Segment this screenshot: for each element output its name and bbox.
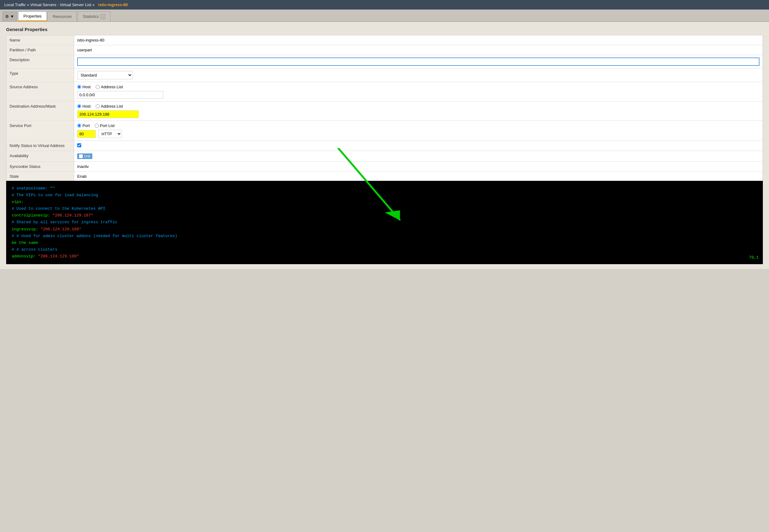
- row-dest-address: Destination Address/Mask Host Address Li…: [6, 101, 763, 121]
- label-state: State: [6, 172, 74, 181]
- source-radio-addrlist-input[interactable]: [96, 85, 100, 89]
- terminal-line-4: # Used to connect to the Kubernetes API: [12, 205, 757, 212]
- terminal-overlay: # snatpoolname: "" # The VIPs to use for…: [6, 181, 763, 264]
- dest-address-input[interactable]: [77, 110, 139, 118]
- section-title: General Properties: [6, 27, 763, 32]
- breadcrumb: Local Traffic » Virtual Servers : Virtua…: [4, 2, 94, 7]
- label-service-port: Service Port: [6, 121, 74, 141]
- terminal-line-11: addonsvip: "206.124.129.189": [12, 253, 757, 260]
- breadcrumb-current: istio-ingress-80: [98, 2, 128, 7]
- source-radio-host-label: Host: [82, 85, 91, 89]
- availability-indicator: [79, 154, 83, 158]
- port-radio-port-label: Port: [82, 123, 90, 128]
- port-radio-port-input[interactable]: [77, 124, 81, 128]
- external-link-icon: □: [101, 14, 105, 19]
- row-service-port: Service Port Port Port List: [6, 121, 763, 141]
- value-state: Enab: [74, 172, 763, 181]
- terminal-comment-3: # Used to connect to the Kubernetes API: [12, 206, 105, 211]
- port-radio-portlist-label: Port List: [100, 123, 115, 128]
- source-radio-host-input[interactable]: [77, 85, 81, 89]
- terminal-line-5: controlplanevip: "206.124.129.187": [12, 212, 757, 219]
- tab-statistics-label: Statistics: [83, 14, 99, 19]
- terminal-comment-2: # The VIPs to use for load balancing: [12, 193, 98, 197]
- dest-radio-host[interactable]: Host: [77, 104, 91, 109]
- availability-text: Unk: [84, 154, 90, 158]
- terminal-line-7: ingressvip: "206.124.129.188": [12, 226, 757, 233]
- tab-properties[interactable]: Properties: [18, 11, 47, 21]
- tab-properties-label: Properties: [23, 14, 42, 18]
- row-source-address: Source Address Host Address List: [6, 82, 763, 101]
- terminal-comment-5: # # Used for admin cluster addons (neede…: [12, 234, 177, 238]
- label-partition: Partition / Path: [6, 45, 74, 55]
- terminal-value-controlplanevip: "206.124.129.187": [53, 213, 94, 218]
- tab-resources-label: Resources: [53, 14, 72, 19]
- notify-status-checkbox[interactable]: [77, 143, 81, 147]
- dest-radio-host-input[interactable]: [77, 104, 81, 108]
- terminal-line-number: 79,1: [749, 254, 759, 261]
- terminal-line-1: # snatpoolname: "": [12, 185, 757, 192]
- terminal-value-addonsvip: "206.124.129.189": [38, 254, 79, 259]
- source-radio-group: Host Address List: [77, 85, 759, 89]
- label-notify-status: Notify Status to Virtual Address: [6, 141, 74, 151]
- properties-table: Name istio-ingress-80 Partition / Path u…: [6, 35, 763, 181]
- terminal-value-ingressvip: "206.124.129.188": [41, 227, 82, 232]
- protocol-select[interactable]: HTTP HTTPS FTP: [98, 130, 122, 138]
- availability-badge: Unk: [77, 153, 92, 159]
- type-select[interactable]: Standard: [77, 71, 133, 79]
- tab-resources[interactable]: Resources: [47, 11, 77, 21]
- value-description: [74, 55, 763, 69]
- row-name: Name istio-ingress-80: [6, 35, 763, 45]
- terminal-line-8: # # Used for admin cluster addons (neede…: [12, 233, 757, 240]
- terminal-line-9: be the same: [12, 240, 757, 246]
- label-availability: Availability: [6, 151, 74, 162]
- source-radio-host[interactable]: Host: [77, 85, 91, 89]
- row-notify-status: Notify Status to Virtual Address: [6, 141, 763, 151]
- terminal-key-addonsvip: addonsvip:: [12, 254, 38, 259]
- terminal-comment-6: # # across clusters: [12, 247, 57, 252]
- tab-bar: ⚙ ▼ Properties Resources Statistics □: [0, 10, 769, 22]
- port-radio-port[interactable]: Port: [77, 123, 90, 128]
- terminal-line-10: # # across clusters: [12, 246, 757, 253]
- gear-dropdown-arrow: ▼: [10, 14, 14, 19]
- source-radio-addrlist[interactable]: Address List: [96, 85, 123, 89]
- terminal-key-vips: vips:: [12, 200, 24, 204]
- value-notify-status: [74, 141, 763, 151]
- value-name: istio-ingress-80: [74, 35, 763, 45]
- terminal-comment-4: # Shared by all services for ingress tra…: [12, 220, 117, 224]
- source-address-input[interactable]: [77, 91, 163, 99]
- value-service-port: Port Port List HTTP HTTPS FTP: [74, 121, 763, 141]
- tab-statistics[interactable]: Statistics □: [78, 11, 110, 21]
- dest-radio-group: Host Address List: [77, 104, 759, 109]
- terminal-key-controlplanevip: controlplanevip:: [12, 213, 53, 218]
- main-content: General Properties Name istio-ingress-80…: [0, 22, 769, 269]
- label-type: Type: [6, 69, 74, 82]
- port-radio-portlist-input[interactable]: [95, 124, 99, 128]
- port-input-row: HTTP HTTPS FTP: [77, 130, 759, 138]
- port-number-input[interactable]: [77, 130, 96, 138]
- row-description: Description: [6, 55, 763, 69]
- label-source-address: Source Address: [6, 82, 74, 101]
- tab-gear[interactable]: ⚙ ▼: [2, 11, 17, 21]
- value-partition: userpart: [74, 45, 763, 55]
- port-radio-portlist[interactable]: Port List: [95, 123, 115, 128]
- terminal-plain-bethesame: be the same: [12, 240, 38, 245]
- row-availability: Availability Unk: [6, 151, 763, 162]
- terminal-key-ingressvip: ingressvip:: [12, 227, 41, 232]
- value-dest-address: Host Address List: [74, 101, 763, 121]
- value-syncookie: Inactiv: [74, 162, 763, 172]
- description-input[interactable]: [77, 58, 759, 66]
- dest-radio-addrlist[interactable]: Address List: [96, 104, 123, 109]
- row-partition: Partition / Path userpart: [6, 45, 763, 55]
- dest-radio-addrlist-input[interactable]: [96, 104, 100, 108]
- terminal-line-2: # The VIPs to use for load balancing: [12, 192, 757, 199]
- label-dest-address: Destination Address/Mask: [6, 101, 74, 121]
- header-bar: Local Traffic » Virtual Servers : Virtua…: [0, 0, 769, 10]
- terminal-line-3: vips:: [12, 199, 757, 205]
- row-state: State Enab: [6, 172, 763, 181]
- source-radio-addrlist-label: Address List: [101, 85, 123, 89]
- row-syncookie: Syncookie Status Inactiv: [6, 162, 763, 172]
- value-source-address: Host Address List: [74, 82, 763, 101]
- port-radio-group: Port Port List: [77, 123, 759, 128]
- value-type: Standard: [74, 69, 763, 82]
- label-name: Name: [6, 35, 74, 45]
